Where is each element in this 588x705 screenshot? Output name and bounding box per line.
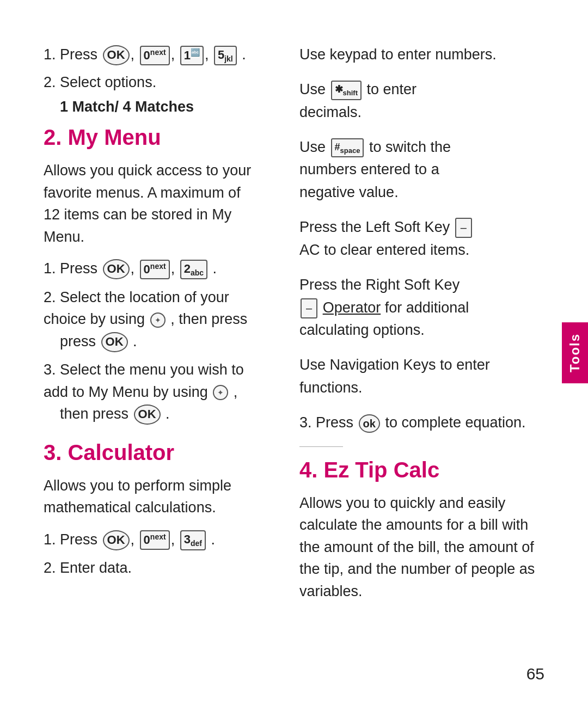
calc-step1-prefix: 1. Press <box>44 531 97 548</box>
mymenu-step1: 1. Press OK, 0next, 2abc . <box>44 258 256 280</box>
ok-key-1: OK <box>103 45 130 65</box>
mymenu-step2-end: , then press <box>170 311 247 327</box>
key-0next-2: 0next <box>140 260 170 279</box>
mymenu-step3: 3. Select the menu you wish to add to My… <box>44 359 256 425</box>
right-column: Use keypad to enter numbers. Use ✱shift … <box>278 0 588 705</box>
right-softkey-icon: – <box>301 298 317 318</box>
mymenu-step1-prefix: 1. Press <box>44 260 97 277</box>
right-para3-prefix: Use <box>299 139 326 155</box>
right-para3: Use #space to switch thenumbers entered … <box>299 136 544 205</box>
key-1a: 1🔤 <box>180 46 204 65</box>
tools-tab: Tools <box>562 322 588 383</box>
section2-body: Allows you quick access to your favorite… <box>44 160 256 248</box>
right-para5: Press the Right Soft Key – Operator for … <box>299 274 544 342</box>
hash-key: #space <box>331 138 364 158</box>
right-para7-suffix: to complete equation. <box>385 414 525 431</box>
mymenu-step2-subline: press OK . <box>44 330 256 353</box>
calc-step1: 1. Press OK, 0next, 3def . <box>44 529 256 551</box>
ok-key-3: OK <box>101 332 128 352</box>
calc-step2: 2. Enter data. <box>44 557 256 579</box>
right-para6: Use Navigation Keys to enter functions. <box>299 354 544 400</box>
right-para4: Press the Left Soft Key – AC to clear en… <box>299 216 544 262</box>
key-3def: 3def <box>180 530 206 550</box>
section4-title: 4. Ez Tip Calc <box>299 458 544 482</box>
intro-step2-label: 2. Select options. <box>44 74 156 90</box>
ok-key-5: OK <box>103 530 130 550</box>
page-number: 65 <box>526 665 544 683</box>
key-5jkl: 5jkl <box>214 46 237 66</box>
intro-step1: 1. Press OK, 0next, 1🔤, 5jkl . <box>44 44 256 66</box>
left-softkey-icon: – <box>455 218 472 238</box>
intro-step2-sub: 1 Match/ 4 Matches <box>44 99 256 115</box>
right-para7-prefix: 3. Press <box>299 414 353 431</box>
section3-body: Allows you to perform simple mathematica… <box>44 475 256 519</box>
key-0next: 0next <box>140 46 170 65</box>
star-key: ✱shift <box>331 81 362 100</box>
ok-key-2: OK <box>103 259 130 279</box>
right-para4-prefix: Press the Left Soft Key <box>299 219 450 235</box>
intro-step1-prefix: 1. Press <box>44 46 97 63</box>
mymenu-step3-subline: then press OK . <box>44 403 256 425</box>
key-0next-3: 0next <box>140 530 170 550</box>
ok-key-4: OK <box>134 404 161 425</box>
ok-key-6: ok <box>359 414 380 433</box>
section4-body: Allows you to quickly and easily calcula… <box>299 492 544 603</box>
key-2abc: 2abc <box>180 260 207 280</box>
mymenu-step2: 2. Select the location of your choice by… <box>44 286 256 353</box>
page-container: 1. Press OK, 0next, 1🔤, 5jkl . 2. Select… <box>0 0 588 705</box>
section2-title: 2. My Menu <box>44 125 256 150</box>
right-para2: Use ✱shift to enterdecimals. <box>299 78 544 124</box>
nav-icon-2 <box>213 385 228 400</box>
section3-title: 3. Calculator <box>44 440 256 465</box>
right-para7: 3. Press ok to complete equation. <box>299 412 544 434</box>
intro-step2: 2. Select options. <box>44 71 256 94</box>
left-column: 1. Press OK, 0next, 1🔤, 5jkl . 2. Select… <box>0 0 278 705</box>
right-para1: Use keypad to enter numbers. <box>299 44 544 66</box>
separator <box>299 446 343 447</box>
nav-icon-1 <box>150 312 166 328</box>
right-para2-prefix: Use <box>299 81 326 97</box>
calc-step2-text: 2. Enter data. <box>44 560 132 576</box>
tools-tab-label: Tools <box>567 333 582 372</box>
operator-label: Operator <box>323 299 381 316</box>
